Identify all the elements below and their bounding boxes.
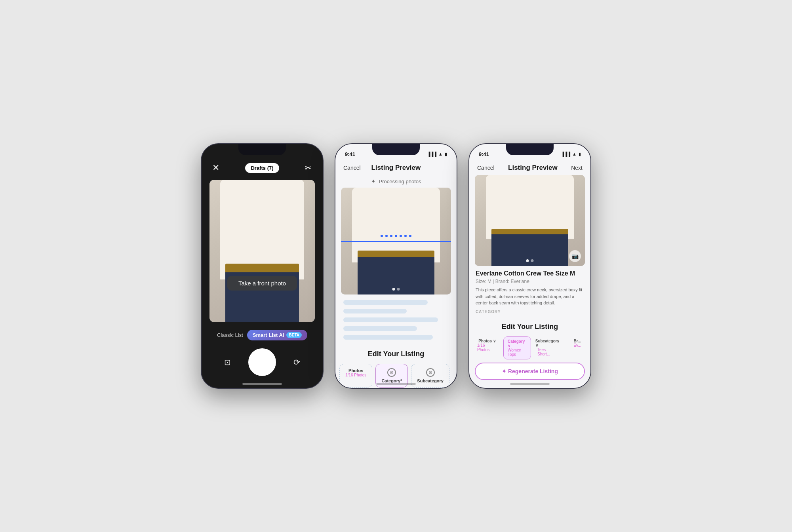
status-time-3: 9:41: [479, 151, 489, 157]
phone-camera: ✕ Drafts (7) ✂ Take a front photo Classi…: [201, 143, 324, 389]
tab3-brand-sub: Ev...: [573, 343, 581, 348]
edit-listing-title-3: Edit Your Listing: [469, 323, 590, 331]
camera-top-bar: ✕ Drafts (7) ✂: [202, 144, 323, 178]
camera-screen: ✕ Drafts (7) ✂ Take a front photo Classi…: [202, 144, 323, 388]
scan-dot-4: [395, 235, 397, 237]
item-description: This piece offers a classic crew neck, o…: [476, 287, 584, 306]
tab-photos-2[interactable]: Photos 1/16 Photos: [339, 364, 372, 388]
tab3-brand-label: Br...: [574, 339, 581, 343]
skeleton-5: [343, 335, 433, 340]
smart-list-label: Smart List AI: [253, 332, 284, 338]
phones-container: ✕ Drafts (7) ✂ Take a front photo Classi…: [201, 143, 591, 389]
category-header: CATEGORY: [476, 310, 584, 314]
processing-text: Processing photos: [379, 179, 421, 184]
regenerate-label: ✦ Regenerate Listing: [502, 368, 558, 374]
notch-3: [506, 144, 554, 155]
close-button[interactable]: ✕: [209, 162, 222, 174]
cancel-button-3[interactable]: Cancel: [477, 165, 495, 171]
img-dot-3b: [531, 259, 534, 262]
classic-list-mode[interactable]: Classic List: [217, 332, 243, 338]
nav-3: Cancel Listing Preview Next: [469, 160, 590, 175]
mode-selector: Classic List Smart List AI BETA: [202, 330, 323, 340]
wifi-icon-2: ▲: [438, 152, 443, 156]
battery-icon-2: ▮: [445, 152, 447, 157]
tabs-row-3: Photos ∨ 1/16 Photos Category ∨ Women To…: [469, 336, 590, 359]
page-title-2: Listing Preview: [371, 164, 421, 172]
tab-subcategory-2[interactable]: ⊕ Subcategory: [411, 364, 449, 388]
tab3-photos-sub: 1/16 Photos: [477, 343, 497, 352]
skeleton-3: [343, 317, 438, 322]
listing-screen: 9:41 ▐▐▐ ▲ ▮ Cancel Listing Preview Next: [469, 144, 590, 388]
scan-dots: [341, 235, 451, 237]
signal-icon-2: ▐▐▐: [427, 152, 436, 156]
scan-dot-6: [404, 235, 407, 237]
camera-viewfinder: Take a front photo: [209, 180, 315, 322]
scan-line: [341, 241, 451, 242]
notch-2: [372, 144, 420, 155]
generating-bar: ✦ Generating...: [335, 388, 457, 389]
skeleton-1: [343, 300, 428, 305]
scan-dot-5: [400, 235, 402, 237]
processing-label: ✦ Processing photos: [335, 175, 457, 188]
tab-subcategory-label-2: Subcategory: [417, 378, 444, 383]
tab3-subcategory[interactable]: Subcategory ∨ Tees- Short...: [533, 336, 561, 359]
tab3-photos-label: Photos ∨: [478, 339, 496, 343]
drafts-badge[interactable]: Drafts (7): [245, 163, 279, 173]
subcategory-icon-2: ⊕: [426, 368, 435, 377]
front-photo-label: Take a front photo: [227, 276, 297, 291]
tab3-category-sub: Women Tops: [508, 348, 527, 357]
tab3-category[interactable]: Category ∨ Women Tops: [503, 336, 531, 359]
tab3-subcategory-label: Subcategory ∨: [535, 339, 560, 348]
cancel-button-2[interactable]: Cancel: [343, 165, 361, 171]
smart-list-mode[interactable]: Smart List AI BETA: [247, 330, 307, 340]
category-icon-2: ⊕: [387, 368, 396, 377]
tab3-subcategory-sub: Tees- Short...: [537, 348, 557, 356]
tab-photos-label-2: Photos: [348, 368, 363, 373]
edit-listing-section-2: Edit Your Listing Photos 1/16 Photos ⊕ C…: [335, 344, 457, 389]
item-meta: Size: M | Brand: Everlane: [476, 279, 584, 284]
tab3-brand[interactable]: Br... Ev...: [564, 336, 590, 359]
camera-bottom-bar: ⊡ ⟳: [202, 348, 323, 376]
scan-dot-7: [409, 235, 411, 237]
scan-dot-2: [385, 235, 388, 237]
next-button-3[interactable]: Next: [571, 165, 583, 171]
loading-icon: ✦: [371, 178, 376, 184]
home-indicator-3: [510, 383, 550, 385]
listing-image-processing: [341, 188, 451, 294]
skeleton-content: [335, 294, 457, 340]
skeleton-4: [343, 326, 417, 331]
magic-wand-icon[interactable]: ✂: [302, 162, 315, 174]
status-time-2: 9:41: [345, 151, 355, 157]
skeleton-2: [343, 309, 407, 314]
img-dot-2: [397, 288, 400, 291]
tab3-category-label: Category ∨: [508, 339, 527, 348]
battery-icon-3: ▮: [579, 152, 581, 157]
image-pagination-2: [392, 288, 400, 291]
processing-screen: 9:41 ▐▐▐ ▲ ▮ Cancel Listing Preview ✦ Pr…: [335, 144, 457, 388]
flip-camera-button[interactable]: ⟳: [289, 355, 304, 370]
clothing-photo: [209, 180, 315, 322]
listing-content: Everlane Cotton Crew Tee Size M Size: M …: [469, 266, 590, 314]
home-indicator-2: [376, 383, 416, 385]
image-pagination-3: [526, 259, 534, 262]
tab3-photos[interactable]: Photos ∨ 1/16 Photos: [473, 336, 501, 359]
wifi-icon-3: ▲: [572, 152, 577, 156]
beta-badge: BETA: [286, 332, 301, 338]
listing-photo: [475, 175, 585, 266]
home-indicator-1: [242, 383, 282, 385]
phone-listing: 9:41 ▐▐▐ ▲ ▮ Cancel Listing Preview Next: [468, 143, 591, 389]
camera-overlay-icon[interactable]: 📷: [569, 250, 581, 262]
edit-listing-section-3: Edit Your Listing Photos ∨ 1/16 Photos C…: [469, 316, 590, 380]
img-dot-3a: [526, 259, 529, 262]
nav-2: Cancel Listing Preview: [335, 160, 457, 175]
status-icons-2: ▐▐▐ ▲ ▮: [427, 152, 447, 157]
shutter-button[interactable]: [248, 348, 276, 376]
regenerate-button[interactable]: ✦ Regenerate Listing: [475, 363, 585, 380]
signal-icon-3: ▐▐▐: [561, 152, 570, 156]
page-title-3: Listing Preview: [508, 164, 558, 172]
gallery-button[interactable]: ⊡: [220, 355, 235, 370]
img-dot-1: [392, 288, 395, 291]
scan-dot-3: [390, 235, 392, 237]
tab-photos-sub-2: 1/16 Photos: [345, 373, 366, 377]
shutter-inner: [251, 351, 274, 374]
